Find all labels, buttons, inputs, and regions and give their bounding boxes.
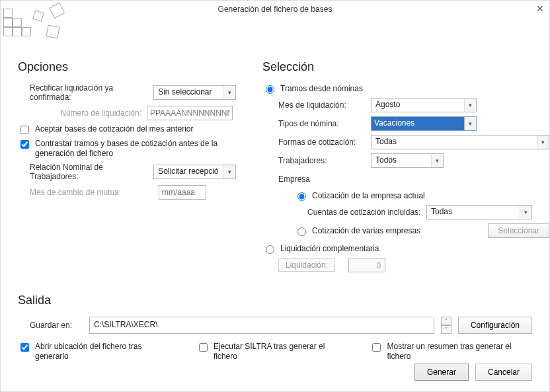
cot-varias-label: Cotización de varias empresas xyxy=(312,226,420,235)
guardar-label: Guardar en: xyxy=(30,321,89,330)
path-spinner[interactable]: ˄ ˅ xyxy=(441,317,452,334)
liq-comp-radio[interactable] xyxy=(266,245,274,254)
cot-actual-radio[interactable] xyxy=(297,192,306,201)
seleccionar-button: Seleccionar xyxy=(488,223,549,238)
chevron-down-icon: ▾ xyxy=(537,136,549,149)
mes-mutua-input xyxy=(159,185,206,200)
liq-comp-label: Liquidación complementaria xyxy=(280,244,379,253)
mes-mutua-label: Mes de cambio de mutua: xyxy=(30,188,159,197)
chevron-down-icon: ▾ xyxy=(223,165,235,178)
chevron-down-icon: ▾ xyxy=(431,154,443,167)
liquidacion-label: Liquidación: xyxy=(278,258,335,272)
salida-heading: Salida xyxy=(18,294,532,307)
guardar-path-input[interactable]: C:\SILTRA\XECR\ xyxy=(89,317,434,334)
rectificar-label: Rectificar liquidación ya confirmada: xyxy=(30,83,153,102)
abrir-ubicacion-label: Abrir ubicación del fichero tras generar… xyxy=(35,342,173,362)
chevron-down-icon: ▾ xyxy=(464,117,476,130)
contrastar-checkbox[interactable] xyxy=(20,140,29,149)
contrastar-label: Contrastar tramos y bases de cotización … xyxy=(35,139,236,159)
cot-varias-radio[interactable] xyxy=(297,227,306,236)
cuentas-select[interactable]: Todas ▾ xyxy=(426,205,532,219)
liquidacion-value: 0 xyxy=(348,258,385,272)
empresa-label: Empresa xyxy=(278,175,310,184)
abrir-ubicacion-checkbox[interactable] xyxy=(20,343,29,352)
mes-liq-select[interactable]: Agosto ▾ xyxy=(371,98,477,112)
chevron-down-icon[interactable]: ˅ xyxy=(441,325,452,334)
cot-actual-label: Cotización de la empresa actual xyxy=(312,191,425,200)
tipos-nomina-select[interactable]: Vacaciones ▾ xyxy=(371,116,477,131)
trabajadores-select[interactable]: Todos ▾ xyxy=(371,153,444,168)
aceptar-bases-label: Aceptar bases de cotización del mes ante… xyxy=(35,124,193,134)
app-logo-decoration xyxy=(3,3,69,40)
chevron-down-icon: ▾ xyxy=(223,86,235,99)
configuracion-button[interactable]: Configuración xyxy=(458,317,532,334)
rel-nominal-select[interactable]: Solicitar recepció ▾ xyxy=(153,165,236,179)
close-icon[interactable]: ✕ xyxy=(536,3,544,14)
num-liquidacion-input xyxy=(147,106,233,120)
formas-label: Formas de cotización: xyxy=(278,137,371,147)
cuentas-label: Cuentas de cotización incluidas: xyxy=(307,208,426,217)
ejecutar-siltra-checkbox[interactable] xyxy=(199,343,208,352)
num-liquidacion-label: Número de liquidación: xyxy=(18,108,147,118)
chevron-down-icon: ▾ xyxy=(464,98,476,112)
window-title: Generación del fichero de bases xyxy=(218,5,333,14)
rel-nominal-label: Relación Nominal de Trabajadores: xyxy=(30,163,153,181)
tramos-radio-label: Tramos desde nóminas xyxy=(280,84,363,93)
opciones-heading: Opciones xyxy=(18,60,236,74)
chevron-up-icon[interactable]: ˄ xyxy=(441,317,452,325)
mes-liq-label: Mes de liquidación: xyxy=(278,100,371,110)
tramos-radio[interactable] xyxy=(266,85,274,94)
generar-button[interactable]: Generar xyxy=(414,364,469,381)
tipos-nomina-label: Tipos de nómina: xyxy=(278,119,371,128)
trabajadores-label: Trabajadores: xyxy=(278,156,371,165)
cancelar-button[interactable]: Cancelar xyxy=(475,364,532,381)
mostrar-resumen-label: Mostrar un resumen tras generar el fiche… xyxy=(387,342,532,362)
seleccion-heading: Selección xyxy=(262,60,549,74)
formas-select[interactable]: Todas ▾ xyxy=(371,135,549,149)
aceptar-bases-checkbox[interactable] xyxy=(20,126,29,134)
rectificar-select[interactable]: Sin seleccionar ▾ xyxy=(153,85,236,100)
chevron-down-icon: ▾ xyxy=(520,206,531,219)
ejecutar-siltra-label: Ejecutar SILTRA tras generar el fichero xyxy=(214,342,346,362)
mostrar-resumen-checkbox[interactable] xyxy=(372,343,381,352)
